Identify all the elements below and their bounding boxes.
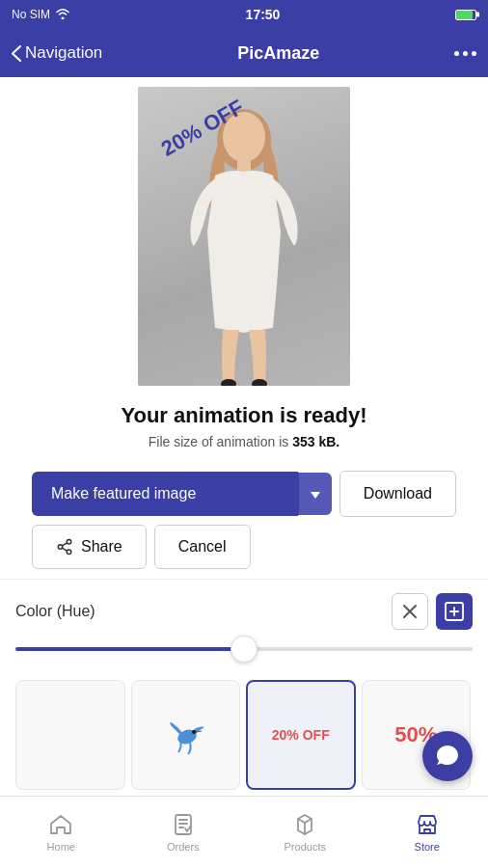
store-icon: [415, 812, 440, 837]
sticker-20off-text: 20% OFF: [272, 727, 330, 743]
main-content: 20% OFF Your animation is ready! File si…: [0, 77, 488, 790]
chat-bubble-button[interactable]: [422, 731, 473, 781]
cancel-button[interactable]: Cancel: [154, 525, 251, 569]
sticker-item-1[interactable]: [15, 680, 125, 790]
dropdown-button[interactable]: [298, 473, 332, 515]
nav-back-label: Navigation: [25, 43, 102, 63]
action-buttons-row: Make featured image Download: [32, 471, 456, 517]
carrier-label: No SIM: [12, 8, 50, 21]
sticker-grid: 20% OFF 50%: [0, 680, 488, 790]
svg-rect-17: [176, 815, 191, 834]
tab-store[interactable]: Store: [366, 812, 489, 853]
svg-line-8: [62, 548, 67, 551]
nav-back-button[interactable]: Navigation: [12, 43, 102, 63]
svg-line-9: [62, 543, 67, 546]
nav-bar: Navigation PicAmaze: [0, 29, 488, 77]
hue-close-button[interactable]: [392, 593, 428, 630]
tab-home-label: Home: [47, 841, 75, 853]
nav-title: PicAmaze: [237, 43, 319, 64]
download-button[interactable]: Download: [339, 471, 456, 517]
tab-bar: Home Orders Products Store: [0, 796, 488, 868]
animation-title: Your animation is ready!: [19, 403, 469, 428]
hue-slider-track: [15, 647, 473, 651]
tab-home[interactable]: Home: [0, 812, 122, 853]
time-label: 17:50: [246, 7, 281, 22]
share-button[interactable]: Share: [32, 525, 147, 569]
home-icon: [48, 812, 73, 837]
status-left: No SIM: [12, 8, 70, 22]
make-featured-button[interactable]: Make featured image: [32, 472, 298, 516]
chevron-down-icon: [311, 492, 320, 499]
tab-store-label: Store: [415, 841, 440, 853]
hue-controls: [392, 593, 473, 630]
animation-ready-section: Your animation is ready! File size of an…: [0, 386, 488, 459]
battery-icon: [455, 10, 476, 20]
status-right: [455, 10, 476, 20]
file-size-text: File size of animation is 353 kB.: [19, 434, 469, 449]
tab-orders-label: Orders: [167, 841, 200, 853]
svg-point-16: [192, 730, 196, 734]
sticker-item-2[interactable]: [131, 680, 241, 790]
tab-orders[interactable]: Orders: [122, 812, 245, 853]
product-image: 20% OFF: [138, 87, 350, 386]
color-hue-section: Color (Hue): [0, 579, 488, 680]
nav-more-button[interactable]: [454, 51, 476, 56]
tab-products-label: Products: [285, 841, 326, 853]
status-bar: No SIM 17:50: [0, 0, 488, 29]
color-hue-header: Color (Hue): [15, 593, 473, 630]
hue-slider-thumb: [230, 636, 258, 663]
chat-icon: [435, 744, 460, 769]
share-icon: [56, 538, 73, 556]
wifi-icon: [55, 8, 70, 22]
sticker-item-3[interactable]: 20% OFF: [246, 680, 356, 790]
products-icon: [292, 812, 317, 837]
orders-icon: [171, 812, 196, 837]
hue-action-button[interactable]: [436, 593, 473, 630]
color-hue-label: Color (Hue): [15, 603, 95, 620]
tab-products[interactable]: Products: [244, 812, 366, 853]
hue-slider[interactable]: [15, 639, 473, 659]
share-cancel-row: Share Cancel: [32, 525, 456, 569]
